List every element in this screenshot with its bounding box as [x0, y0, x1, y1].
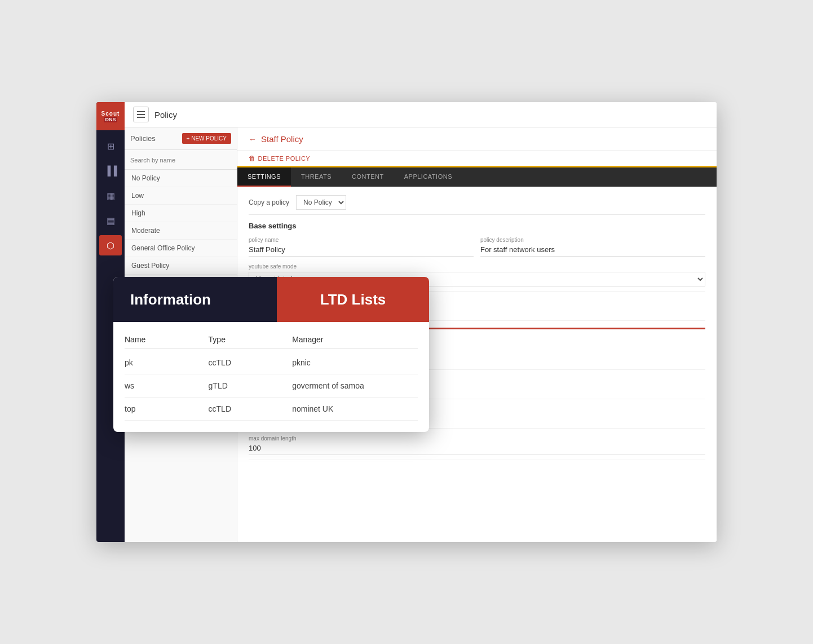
policy-list: No Policy Low High Moderate General Offi… [125, 170, 237, 275]
delete-policy-button[interactable]: 🗑 DELETE POLICY [249, 155, 310, 162]
policy-item-high[interactable]: High [125, 205, 237, 222]
policy-detail-header: ← Staff Policy [237, 127, 717, 151]
svg-rect-0 [137, 111, 145, 112]
settings-grid: Policy name Staff Policy Policy descript… [249, 237, 705, 257]
logo: Scout DNS [96, 102, 125, 130]
policy-item-general-office[interactable]: General Office Policy [125, 240, 237, 257]
popup-header-info: Information [113, 277, 277, 322]
max-domain-length-value: 100 [249, 444, 705, 455]
search-box [125, 150, 237, 170]
table-row: pk ccTLD pknic [125, 351, 418, 374]
popup-header: Information LTD Lists [113, 277, 429, 322]
page-title: Policy [154, 110, 177, 120]
layout-icon[interactable]: ▤ [99, 210, 122, 231]
policy-name-value: Staff Policy [249, 245, 474, 257]
logo-scout: Scout [101, 111, 120, 117]
bar-chart-icon[interactable]: ▐▐ [99, 161, 122, 181]
table-row: ws gTLD goverment of samoa [125, 374, 418, 398]
policy-item-moderate[interactable]: Moderate [125, 222, 237, 240]
row-top-manager: nominet UK [292, 404, 418, 413]
table-row: top ccTLD nominet UK [125, 398, 418, 421]
policy-detail-title: Staff Policy [261, 134, 303, 144]
max-domain-length-label: Max Domain Length [249, 435, 705, 442]
menu-icon[interactable] [133, 107, 149, 122]
copy-policy-label: Copy a policy [249, 199, 289, 206]
search-input[interactable] [130, 157, 231, 164]
popup-ltd-title: LTD Lists [320, 291, 386, 308]
tab-settings[interactable]: SETTINGS [237, 167, 291, 187]
new-policy-button[interactable]: + NEW POLICY [182, 133, 231, 144]
policy-item-no-policy[interactable]: No Policy [125, 170, 237, 187]
col-header-type: Type [209, 335, 293, 344]
tab-content[interactable]: CONTENT [342, 167, 394, 187]
svg-rect-2 [137, 117, 145, 118]
max-domain-length-row: Max Domain Length 100 [249, 435, 705, 460]
dashboard-icon[interactable]: ⊞ [99, 136, 122, 156]
policy-desc-label: Policy description [480, 237, 705, 243]
row-top-type: ccTLD [209, 404, 293, 413]
row-ws-name: ws [125, 381, 209, 390]
policy-desc-value: For staff network users [480, 245, 705, 257]
delete-policy-label: DELETE POLICY [258, 155, 311, 162]
tab-applications[interactable]: APPLICATIONS [394, 167, 462, 187]
row-ws-type: gTLD [209, 381, 293, 390]
popup-header-ltd: LTD Lists [277, 277, 429, 322]
copy-policy-select[interactable]: No Policy [296, 195, 346, 210]
popup-table-header: Name Type Manager [125, 330, 418, 349]
back-arrow-icon[interactable]: ← [249, 135, 257, 144]
policies-header: Policies + NEW POLICY [125, 127, 237, 150]
policy-desc-group: Policy description For staff network use… [480, 237, 705, 257]
policy-name-label: Policy name [249, 237, 474, 243]
grid-icon[interactable]: ▦ [99, 186, 122, 206]
popup-overlay: Information LTD Lists Name Type Manager … [113, 277, 429, 432]
youtube-label: Youtube safe mode [249, 263, 705, 270]
filter-icon[interactable]: ⬡ [99, 235, 122, 255]
policy-item-low[interactable]: Low [125, 187, 237, 205]
policies-title: Policies [130, 134, 156, 143]
logo-dns: DNS [104, 117, 117, 122]
svg-rect-1 [137, 114, 145, 115]
trash-icon: 🗑 [249, 155, 256, 162]
row-pk-name: pk [125, 358, 209, 367]
base-settings-title: Base settings [249, 222, 705, 230]
tab-threats[interactable]: THREATS [291, 167, 342, 187]
row-ws-manager: goverment of samoa [292, 381, 418, 390]
row-top-name: top [125, 404, 209, 413]
top-bar: Policy [125, 102, 717, 127]
tabs-bar: SETTINGS THREATS CONTENT APPLICATIONS [237, 167, 717, 187]
policy-name-group: Policy name Staff Policy [249, 237, 474, 257]
delete-policy-bar: 🗑 DELETE POLICY [237, 151, 717, 167]
row-pk-type: ccTLD [209, 358, 293, 367]
popup-table: Name Type Manager pk ccTLD pknic ws gTLD… [113, 322, 429, 432]
row-pk-manager: pknic [292, 358, 418, 367]
popup-info-title: Information [130, 291, 211, 308]
policy-item-guest[interactable]: Guest Policy [125, 257, 237, 275]
col-header-name: Name [125, 335, 209, 344]
col-header-manager: Manager [292, 335, 418, 344]
copy-policy-row: Copy a policy No Policy [249, 195, 705, 215]
